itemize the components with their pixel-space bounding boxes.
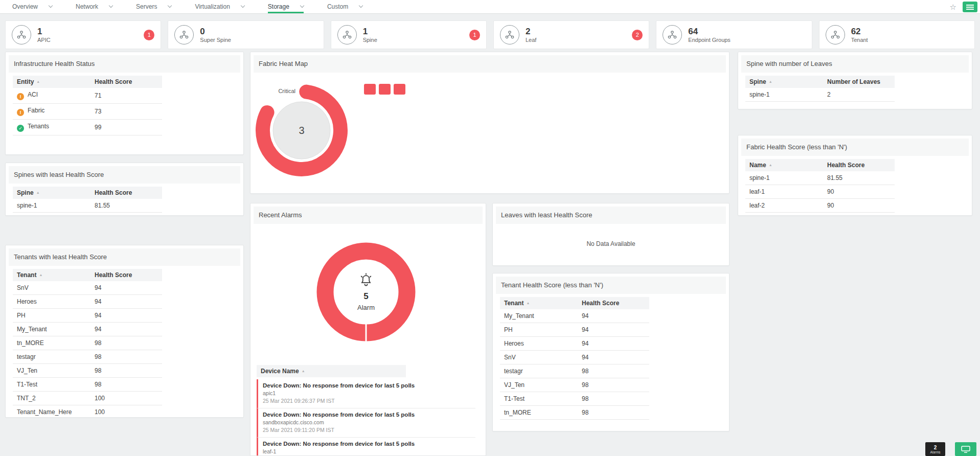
column-header-tenant[interactable]: Tenant▲ (13, 269, 90, 281)
table-row[interactable]: Heroes94 (13, 295, 162, 309)
table-row[interactable]: SnV94 (13, 281, 162, 295)
table-row[interactable]: testagr98 (13, 350, 162, 364)
alarm-count-badge[interactable]: 1 (144, 30, 154, 40)
table-row[interactable]: PH94 (500, 323, 649, 337)
alarm-device-name[interactable]: apic1 (263, 390, 473, 396)
nav-tab-custom[interactable]: Custom (327, 0, 362, 13)
chevron-down-icon (300, 3, 304, 7)
nav-tab-storage[interactable]: Storage (268, 0, 304, 13)
table-row[interactable]: testagr98 (500, 364, 649, 378)
console-launch-button[interactable] (955, 442, 976, 456)
table-row[interactable]: PH94 (13, 309, 162, 323)
alarm-count-badge[interactable]: 1 (469, 30, 480, 40)
summary-card-leaf[interactable]: 2 Leaf 2 (493, 20, 649, 49)
column-header-entity[interactable]: Entity▲ (13, 76, 90, 88)
health-score-value: 98 (90, 364, 162, 378)
table-row[interactable]: My_Tenant94 (13, 323, 162, 336)
table-row[interactable]: T1-Test98 (500, 392, 649, 406)
table-row[interactable]: spine-181.55 (745, 171, 895, 185)
column-header-spine[interactable]: Spine▲ (13, 187, 90, 199)
warning-icon: ! (17, 93, 24, 100)
console-icon (961, 445, 971, 453)
heat-map-cell-critical[interactable] (379, 84, 391, 95)
alarm-item[interactable]: Device Down: No response from device for… (257, 438, 475, 456)
alarm-counter-widget[interactable]: 2 Alarms (925, 442, 945, 456)
table-row[interactable]: My_Tenant94 (500, 309, 649, 323)
chevron-down-icon (359, 3, 363, 7)
health-score-value: 94 (90, 309, 162, 323)
device-name: leaf-2 (745, 199, 823, 213)
health-score-value: 99 (90, 120, 162, 135)
table-row[interactable]: spine-12 (745, 88, 895, 102)
tenant-name: VJ_Ten (13, 364, 90, 378)
edit-dashboard-button[interactable] (963, 2, 977, 12)
table-row[interactable]: spine-1 81.55 (13, 199, 162, 213)
column-header-health-score[interactable]: Health Score (90, 269, 162, 281)
card-label: Leaf (526, 37, 536, 43)
table-row[interactable]: VJ_Ten98 (13, 364, 162, 378)
alarm-count-badge[interactable]: 2 (632, 30, 643, 40)
card-label: Tenant (851, 37, 868, 43)
tenant-health-table: Tenant▲ Health Score My_Tenant94 PH94 He… (500, 297, 649, 420)
table-row[interactable]: TNT_2100 (13, 392, 162, 405)
table-row[interactable]: Tenant_Name_Here100 (13, 405, 162, 418)
summary-card-endpoint-groups[interactable]: 64 Endpoint Groups (656, 20, 812, 49)
alarm-item[interactable]: Device Down: No response from device for… (257, 379, 475, 408)
nav-tab-label: Servers (136, 3, 157, 10)
summary-card-apic[interactable]: 1 APIC 1 (5, 20, 161, 49)
tenants-table: Tenant▲ Health Score SnV94 Heroes94 PH94… (13, 269, 162, 418)
alarm-list-header-device-name[interactable]: Device Name▲ (257, 365, 406, 377)
summary-card-super-spine[interactable]: 0 Super Spine (168, 20, 324, 49)
column-header-health-score[interactable]: Health Score (823, 159, 895, 171)
summary-card-spine[interactable]: 1 Spine 1 (331, 20, 487, 49)
table-row[interactable]: !Fabric 73 (13, 104, 162, 120)
column-header-health-score[interactable]: Health Score (90, 187, 162, 199)
panel-spines-least-health: Spines with least Health Score Spine▲ He… (5, 163, 244, 216)
alarm-device-name[interactable]: sandboxapicdc.cisco.com (263, 419, 473, 425)
panel-fabric-health-score: Fabric Health Score (less than 'N') Name… (738, 135, 972, 216)
nav-tab-network[interactable]: Network (76, 0, 112, 13)
table-row[interactable]: leaf-190 (745, 185, 895, 199)
column-header-number-of-leaves[interactable]: Number of Leaves (823, 76, 895, 88)
table-row[interactable]: T1-Test98 (13, 378, 162, 392)
sort-asc-icon: ▲ (36, 191, 40, 194)
column-header-name[interactable]: Name▲ (745, 159, 823, 171)
panel-title: Tenant Health Score (less than 'N') (496, 277, 726, 294)
table-row[interactable]: tn_MORE98 (13, 336, 162, 350)
table-row[interactable]: VJ_Ten98 (500, 378, 649, 392)
health-score-value: 98 (578, 378, 649, 392)
nav-tab-virtualization[interactable]: Virtualization (195, 0, 244, 13)
table-row[interactable]: SnV94 (500, 351, 649, 364)
nav-tab-label: Custom (327, 3, 348, 10)
chevron-down-icon (109, 3, 113, 7)
card-count: 1 (37, 27, 51, 36)
nav-tab-overview[interactable]: Overview (12, 0, 52, 13)
nav-tab-servers[interactable]: Servers (136, 0, 171, 13)
table-row[interactable]: Heroes94 (500, 337, 649, 351)
footer-alarm-count: 2 (934, 445, 937, 450)
table-row[interactable]: leaf-290 (745, 199, 895, 213)
table-row[interactable]: !ACI 71 (13, 88, 162, 104)
summary-card-tenant[interactable]: 62 Tenant (819, 20, 975, 49)
column-header-spine[interactable]: Spine▲ (745, 76, 823, 88)
panel-title: Leaves with least Health Score (496, 207, 726, 224)
card-label: Spine (363, 37, 377, 43)
table-row[interactable]: tn_MORE98 (500, 406, 649, 420)
heat-map-cell-critical[interactable] (364, 84, 376, 95)
alarm-list: Device Down: No response from device for… (257, 379, 475, 456)
table-row[interactable]: ✓Tenants 99 (13, 120, 162, 135)
health-score-value: 98 (578, 364, 649, 378)
sort-asc-icon: ▲ (302, 369, 305, 373)
alarm-device-name[interactable]: leaf-1 (263, 448, 473, 454)
favorite-star-icon[interactable]: ☆ (950, 3, 956, 11)
tenant-name: My_Tenant (13, 323, 90, 336)
alarm-item[interactable]: Device Down: No response from device for… (257, 408, 475, 438)
critical-gauge-donut[interactable]: 3 (250, 79, 353, 181)
alarm-bell-icon (358, 273, 374, 288)
column-header-health-score[interactable]: Health Score (90, 76, 162, 88)
endpoint-groups-icon (663, 25, 682, 44)
column-header-tenant[interactable]: Tenant▲ (500, 297, 578, 309)
leaves-count-value: 2 (823, 88, 895, 102)
column-header-health-score[interactable]: Health Score (578, 297, 649, 309)
heat-map-cell-critical[interactable] (394, 84, 405, 95)
